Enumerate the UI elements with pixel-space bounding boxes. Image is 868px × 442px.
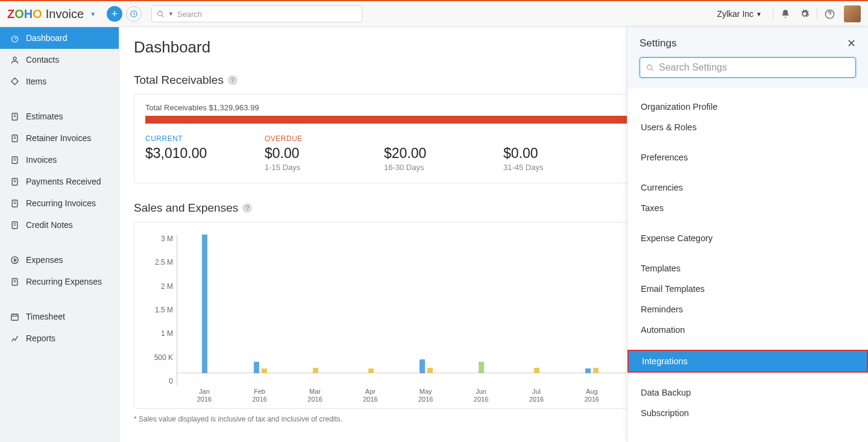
settings-item-automation[interactable]: Automation	[627, 320, 868, 340]
settings-panel: Settings ✕ Search Settings Organization …	[627, 27, 868, 442]
recur-dollar-icon	[10, 277, 19, 286]
coin-icon	[10, 177, 19, 186]
bell-icon	[781, 9, 790, 19]
chart-bar	[420, 359, 425, 373]
doc-check-icon	[10, 112, 19, 121]
svg-point-1	[158, 11, 163, 16]
sidebar-item-label: Invoices	[26, 155, 57, 165]
settings-item-expense-category[interactable]: Expense Category	[627, 228, 868, 248]
sidebar-item-label: Items	[26, 77, 46, 86]
sidebar-item-label: Timesheet	[26, 312, 65, 321]
chart-x-tick: Jul2016	[509, 385, 564, 403]
sidebar-item-label: Expenses	[26, 255, 63, 265]
search-placeholder: Search	[177, 10, 202, 19]
notifications-button[interactable]	[779, 7, 792, 21]
chart-y-axis: 3 M2.5 M2 M1.5 M1 M500 K0	[146, 235, 177, 385]
invoice-icon	[10, 155, 19, 165]
chart-x-tick: May2016	[398, 385, 453, 403]
bucket-overdue-2: $0.00 31-45 Days	[503, 134, 623, 172]
help-button[interactable]	[823, 7, 836, 21]
bucket-current: CURRENT $3,010.00	[145, 134, 265, 172]
settings-item-templates[interactable]: Templates	[627, 258, 868, 279]
sidebar-item-credit-notes[interactable]: Credit Notes	[0, 214, 119, 236]
org-switcher[interactable]: Zylkar Inc ▼	[717, 9, 762, 19]
settings-list: Organization ProfileUsers & RolesPrefere…	[627, 88, 868, 423]
sidebar-item-estimates[interactable]: Estimates	[0, 106, 119, 127]
caret-down-icon: ▼	[756, 11, 762, 17]
brand-logo[interactable]: ZOHO Invoice ▼	[7, 7, 96, 21]
sidebar-item-items[interactable]: Items	[0, 71, 119, 92]
chart-bar	[534, 368, 539, 373]
settings-item-taxes[interactable]: Taxes	[627, 198, 868, 218]
recur-icon	[10, 198, 19, 208]
chart-bar	[202, 235, 207, 373]
sidebar-item-invoices[interactable]: Invoices	[0, 149, 119, 171]
settings-item-users-roles[interactable]: Users & Roles	[627, 117, 868, 137]
settings-item-preferences[interactable]: Preferences	[627, 147, 868, 168]
settings-search-placeholder: Search Settings	[659, 62, 727, 73]
doc-icon	[10, 133, 19, 143]
settings-item-integrations[interactable]: Integrations	[627, 350, 868, 373]
tag-icon	[10, 77, 19, 86]
recent-activity-button[interactable]	[126, 6, 142, 22]
settings-item-email-templates[interactable]: Email Templates	[627, 279, 868, 299]
chart-icon	[10, 333, 19, 343]
sidebar-item-payments-received[interactable]: Payments Received	[0, 171, 119, 192]
chart-x-tick: Jan2016	[177, 385, 232, 403]
sidebar-item-retainer-invoices[interactable]: Retainer Invoices	[0, 127, 119, 149]
settings-item-data-backup[interactable]: Data Backup	[627, 382, 868, 403]
bucket-overdue-tag: OVERDUE	[265, 134, 384, 143]
chart-bar	[427, 368, 433, 373]
sidebar-item-reports[interactable]: Reports	[0, 327, 119, 349]
bucket-overdue-0: OVERDUE $0.00 1-15 Days	[265, 134, 384, 172]
sidebar-item-recurring-invoices[interactable]: Recurring Invoices	[0, 192, 119, 214]
svg-point-14	[647, 65, 652, 69]
search-icon	[646, 64, 654, 72]
sidebar-item-contacts[interactable]: Contacts	[0, 49, 119, 71]
help-tip-icon[interactable]: ?	[228, 75, 237, 85]
help-icon	[825, 9, 835, 19]
settings-item-subscription[interactable]: Subscription	[627, 403, 868, 423]
chart-bar	[368, 368, 374, 373]
settings-item-organization-profile[interactable]: Organization Profile	[627, 96, 868, 117]
svg-rect-13	[11, 314, 17, 320]
sidebar-item-label: Estimates	[26, 112, 63, 121]
settings-item-currencies[interactable]: Currencies	[627, 177, 868, 198]
settings-close-button[interactable]: ✕	[847, 37, 856, 50]
gear-icon	[800, 9, 810, 19]
global-search-input[interactable]: ▼ Search	[151, 5, 362, 22]
quick-create-button[interactable]: +	[107, 6, 122, 22]
sidebar-item-label: Credit Notes	[26, 220, 73, 230]
chart-bar	[479, 362, 484, 373]
sidebar-item-label: Payments Received	[26, 177, 101, 186]
dollar-icon	[10, 255, 19, 265]
chart-x-tick: Apr2016	[342, 385, 398, 403]
chart-bar	[585, 368, 591, 373]
chart-bar	[254, 362, 259, 373]
topbar: ZOHO Invoice ▼ + ▼ Search Zylkar Inc ▼	[0, 1, 868, 27]
user-avatar[interactable]	[844, 5, 861, 22]
chart-bar	[313, 368, 318, 373]
help-tip-icon[interactable]: ?	[242, 203, 252, 213]
note-icon	[10, 220, 19, 230]
sidebar-item-recurring-expenses[interactable]: Recurring Expenses	[0, 271, 119, 292]
chart-x-tick: Feb2016	[232, 385, 288, 403]
calendar-icon	[10, 312, 19, 321]
meter-icon	[10, 33, 19, 43]
chart-bar	[593, 368, 599, 373]
settings-item-reminders[interactable]: Reminders	[627, 299, 868, 320]
settings-search-input[interactable]: Search Settings	[640, 57, 856, 78]
sidebar-item-label: Contacts	[26, 55, 59, 65]
settings-button[interactable]	[798, 7, 811, 21]
chart-x-tick: Mar2016	[288, 385, 343, 403]
settings-panel-title: Settings	[640, 37, 676, 49]
chart-x-tick: Jun2016	[453, 385, 509, 403]
sidebar-item-expenses[interactable]: Expenses	[0, 249, 119, 271]
sidebar-item-dashboard[interactable]: Dashboard	[0, 27, 119, 49]
search-caret-icon: ▼	[168, 11, 174, 17]
org-name: Zylkar Inc	[717, 9, 753, 19]
chart-x-tick: Aug2016	[564, 385, 620, 403]
sidebar-item-label: Dashboard	[26, 33, 68, 43]
sidebar-item-timesheet[interactable]: Timesheet	[0, 306, 119, 327]
search-icon	[157, 10, 165, 18]
